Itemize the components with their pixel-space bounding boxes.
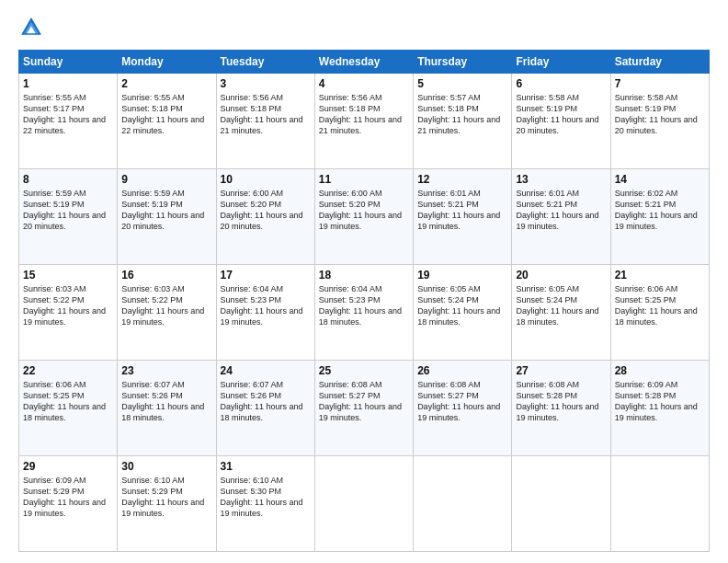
day-number: 17	[221, 269, 311, 282]
cell-info: Sunrise: 6:06 AM Sunset: 5:25 PM Dayligh…	[23, 379, 113, 424]
calendar-cell: 19 Sunrise: 6:05 AM Sunset: 5:24 PM Dayl…	[414, 265, 512, 361]
col-header-tuesday: Tuesday	[216, 51, 314, 74]
cell-info: Sunrise: 6:07 AM Sunset: 5:26 PM Dayligh…	[221, 379, 311, 424]
day-number: 30	[121, 460, 211, 473]
calendar-cell: 2 Sunrise: 5:55 AM Sunset: 5:18 PM Dayli…	[118, 74, 216, 169]
day-number: 11	[319, 173, 409, 186]
calendar-cell: 10 Sunrise: 6:00 AM Sunset: 5:20 PM Dayl…	[216, 169, 314, 265]
cell-info: Sunrise: 5:59 AM Sunset: 5:19 PM Dayligh…	[23, 188, 113, 233]
calendar-week-row: 8 Sunrise: 5:59 AM Sunset: 5:19 PM Dayli…	[19, 169, 710, 265]
cell-info: Sunrise: 5:59 AM Sunset: 5:19 PM Dayligh…	[121, 188, 211, 233]
calendar-cell: 16 Sunrise: 6:03 AM Sunset: 5:22 PM Dayl…	[118, 265, 216, 361]
page: SundayMondayTuesdayWednesdayThursdayFrid…	[0, 0, 728, 563]
calendar-cell: 17 Sunrise: 6:04 AM Sunset: 5:23 PM Dayl…	[216, 265, 314, 361]
cell-info: Sunrise: 6:00 AM Sunset: 5:20 PM Dayligh…	[221, 188, 311, 233]
cell-info: Sunrise: 6:08 AM Sunset: 5:27 PM Dayligh…	[319, 379, 409, 424]
calendar-cell: 26 Sunrise: 6:08 AM Sunset: 5:27 PM Dayl…	[414, 361, 512, 456]
calendar-cell: 12 Sunrise: 6:01 AM Sunset: 5:21 PM Dayl…	[414, 169, 512, 265]
col-header-sunday: Sunday	[19, 51, 118, 74]
calendar-table: SundayMondayTuesdayWednesdayThursdayFrid…	[18, 50, 710, 552]
logo-icon	[18, 15, 44, 40]
calendar-cell: 13 Sunrise: 6:01 AM Sunset: 5:21 PM Dayl…	[512, 169, 610, 265]
calendar-cell: 31 Sunrise: 6:10 AM Sunset: 5:30 PM Dayl…	[216, 456, 314, 552]
calendar-week-row: 29 Sunrise: 6:09 AM Sunset: 5:29 PM Dayl…	[19, 456, 710, 552]
cell-info: Sunrise: 6:06 AM Sunset: 5:25 PM Dayligh…	[615, 283, 705, 328]
day-number: 5	[417, 77, 507, 90]
cell-info: Sunrise: 6:10 AM Sunset: 5:30 PM Dayligh…	[221, 475, 311, 520]
day-number: 14	[615, 173, 705, 186]
cell-info: Sunrise: 5:56 AM Sunset: 5:18 PM Dayligh…	[221, 92, 311, 137]
day-number: 8	[23, 173, 113, 186]
calendar-cell: 11 Sunrise: 6:00 AM Sunset: 5:20 PM Dayl…	[314, 169, 413, 265]
col-header-thursday: Thursday	[414, 51, 512, 74]
day-number: 7	[615, 77, 705, 90]
calendar-cell: 21 Sunrise: 6:06 AM Sunset: 5:25 PM Dayl…	[610, 265, 709, 361]
day-number: 18	[319, 269, 409, 282]
cell-info: Sunrise: 6:01 AM Sunset: 5:21 PM Dayligh…	[417, 188, 507, 233]
cell-info: Sunrise: 5:58 AM Sunset: 5:19 PM Dayligh…	[516, 92, 606, 137]
calendar-cell: 9 Sunrise: 5:59 AM Sunset: 5:19 PM Dayli…	[118, 169, 216, 265]
calendar-cell: 29 Sunrise: 6:09 AM Sunset: 5:29 PM Dayl…	[19, 456, 118, 552]
cell-info: Sunrise: 6:07 AM Sunset: 5:26 PM Dayligh…	[121, 379, 211, 424]
day-number: 31	[221, 460, 311, 473]
calendar-cell: 23 Sunrise: 6:07 AM Sunset: 5:26 PM Dayl…	[118, 361, 216, 456]
day-number: 19	[417, 269, 507, 282]
col-header-wednesday: Wednesday	[314, 51, 413, 74]
calendar-cell: 28 Sunrise: 6:09 AM Sunset: 5:28 PM Dayl…	[610, 361, 709, 456]
calendar-cell: 24 Sunrise: 6:07 AM Sunset: 5:26 PM Dayl…	[216, 361, 314, 456]
day-number: 29	[23, 460, 113, 473]
cell-info: Sunrise: 6:01 AM Sunset: 5:21 PM Dayligh…	[516, 188, 606, 233]
calendar-cell: 5 Sunrise: 5:57 AM Sunset: 5:18 PM Dayli…	[414, 74, 512, 169]
cell-info: Sunrise: 6:04 AM Sunset: 5:23 PM Dayligh…	[319, 283, 409, 328]
col-header-friday: Friday	[512, 51, 610, 74]
cell-info: Sunrise: 5:56 AM Sunset: 5:18 PM Dayligh…	[319, 92, 409, 137]
day-number: 20	[516, 269, 606, 282]
logo	[18, 15, 48, 40]
col-header-monday: Monday	[118, 51, 216, 74]
calendar-cell	[512, 456, 610, 552]
calendar-cell: 15 Sunrise: 6:03 AM Sunset: 5:22 PM Dayl…	[19, 265, 118, 361]
calendar-cell: 14 Sunrise: 6:02 AM Sunset: 5:21 PM Dayl…	[610, 169, 709, 265]
calendar-cell: 7 Sunrise: 5:58 AM Sunset: 5:19 PM Dayli…	[610, 74, 709, 169]
cell-info: Sunrise: 5:58 AM Sunset: 5:19 PM Dayligh…	[615, 92, 705, 137]
cell-info: Sunrise: 6:08 AM Sunset: 5:27 PM Dayligh…	[417, 379, 507, 424]
day-number: 28	[615, 364, 705, 377]
cell-info: Sunrise: 6:03 AM Sunset: 5:22 PM Dayligh…	[23, 283, 113, 328]
calendar-cell: 30 Sunrise: 6:10 AM Sunset: 5:29 PM Dayl…	[118, 456, 216, 552]
col-header-saturday: Saturday	[610, 51, 709, 74]
calendar-cell: 22 Sunrise: 6:06 AM Sunset: 5:25 PM Dayl…	[19, 361, 118, 456]
day-number: 9	[121, 173, 211, 186]
cell-info: Sunrise: 6:00 AM Sunset: 5:20 PM Dayligh…	[319, 188, 409, 233]
day-number: 3	[221, 77, 311, 90]
cell-info: Sunrise: 6:04 AM Sunset: 5:23 PM Dayligh…	[221, 283, 311, 328]
calendar-cell: 4 Sunrise: 5:56 AM Sunset: 5:18 PM Dayli…	[314, 74, 413, 169]
day-number: 13	[516, 173, 606, 186]
day-number: 6	[516, 77, 606, 90]
cell-info: Sunrise: 6:10 AM Sunset: 5:29 PM Dayligh…	[121, 475, 211, 520]
day-number: 1	[23, 77, 113, 90]
calendar-cell	[414, 456, 512, 552]
calendar-cell: 18 Sunrise: 6:04 AM Sunset: 5:23 PM Dayl…	[314, 265, 413, 361]
cell-info: Sunrise: 6:05 AM Sunset: 5:24 PM Dayligh…	[417, 283, 507, 328]
header	[18, 15, 710, 40]
calendar-cell: 6 Sunrise: 5:58 AM Sunset: 5:19 PM Dayli…	[512, 74, 610, 169]
cell-info: Sunrise: 6:09 AM Sunset: 5:29 PM Dayligh…	[23, 475, 113, 520]
calendar-cell	[314, 456, 413, 552]
cell-info: Sunrise: 6:09 AM Sunset: 5:28 PM Dayligh…	[615, 379, 705, 424]
calendar-cell: 1 Sunrise: 5:55 AM Sunset: 5:17 PM Dayli…	[19, 74, 118, 169]
calendar-week-row: 15 Sunrise: 6:03 AM Sunset: 5:22 PM Dayl…	[19, 265, 710, 361]
cell-info: Sunrise: 5:57 AM Sunset: 5:18 PM Dayligh…	[417, 92, 507, 137]
cell-info: Sunrise: 6:05 AM Sunset: 5:24 PM Dayligh…	[516, 283, 606, 328]
calendar-cell: 25 Sunrise: 6:08 AM Sunset: 5:27 PM Dayl…	[314, 361, 413, 456]
day-number: 16	[121, 269, 211, 282]
calendar-week-row: 22 Sunrise: 6:06 AM Sunset: 5:25 PM Dayl…	[19, 361, 710, 456]
day-number: 21	[615, 269, 705, 282]
day-number: 15	[23, 269, 113, 282]
day-number: 27	[516, 364, 606, 377]
day-number: 22	[23, 364, 113, 377]
calendar-cell: 3 Sunrise: 5:56 AM Sunset: 5:18 PM Dayli…	[216, 74, 314, 169]
cell-info: Sunrise: 6:03 AM Sunset: 5:22 PM Dayligh…	[121, 283, 211, 328]
cell-info: Sunrise: 6:02 AM Sunset: 5:21 PM Dayligh…	[615, 188, 705, 233]
calendar-header-row: SundayMondayTuesdayWednesdayThursdayFrid…	[19, 51, 710, 74]
calendar-cell: 8 Sunrise: 5:59 AM Sunset: 5:19 PM Dayli…	[19, 169, 118, 265]
